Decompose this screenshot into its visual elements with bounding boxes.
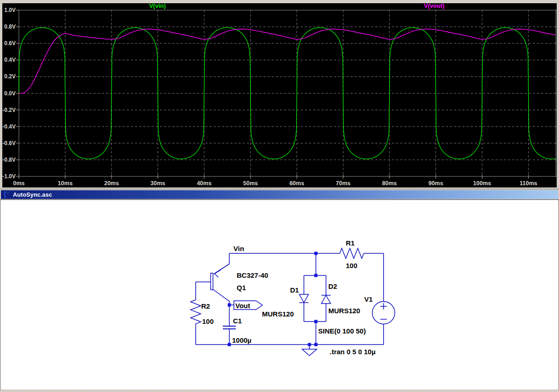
schematic-canvas[interactable]: Vin BC327-40 Q1 Vout R2 100 C1 1000µ MUR…	[0, 200, 559, 390]
schematic-window-titlebar-frame: AutoSync.asc	[0, 189, 559, 200]
bottom-frame-strip	[0, 390, 559, 392]
v1-name-label[interactable]: V1	[364, 295, 373, 303]
r2-value-label[interactable]: 100	[202, 317, 214, 325]
y-axis-label: 0.2V	[4, 73, 16, 80]
trace-legend-Vvin[interactable]: V(vin)	[149, 2, 166, 9]
x-axis-label: 70ms	[336, 180, 350, 187]
transistor-q1[interactable]	[211, 270, 221, 290]
resistor-r2[interactable]	[191, 300, 201, 326]
c1-value-label[interactable]: 1000µ	[232, 336, 251, 344]
voltage-source-v1[interactable]	[373, 302, 395, 324]
y-axis-label: -0.6V	[2, 140, 16, 146]
x-axis-label: 80ms	[382, 180, 397, 187]
x-axis-label: 10ms	[58, 180, 73, 187]
y-axis-label: -1.0V	[2, 173, 16, 180]
d1-value-label[interactable]: MURS120	[262, 310, 294, 318]
x-axis-label: 50ms	[243, 180, 258, 187]
r2-name-label[interactable]: R2	[201, 302, 210, 310]
c1-name-label[interactable]: C1	[233, 317, 242, 325]
y-axis-label: 0.0V	[4, 90, 16, 97]
y-axis-label: -0.2V	[2, 107, 16, 113]
d2-value-label[interactable]: MURS120	[328, 307, 360, 315]
x-axis-label: 20ms	[104, 180, 119, 187]
ground-symbol[interactable]	[302, 349, 317, 356]
capacitor-c1[interactable]	[223, 326, 236, 329]
y-axis-label: 1.0V	[4, 7, 16, 13]
waveform-viewer-pane[interactable]: 1.0V0.8V0.6V0.4V0.2V0.0V-0.2V-0.4V-0.6V-…	[0, 0, 559, 189]
plus-sign-icon	[380, 303, 387, 310]
q1-value-label[interactable]: BC327-40	[237, 271, 268, 279]
pnp-emitter-arrow-icon	[215, 270, 221, 277]
ltspice-window: { "window": { "title": "AutoSync.asc" },…	[0, 0, 559, 392]
resistor-r1[interactable]	[340, 248, 364, 258]
q1-name-label[interactable]: Q1	[237, 284, 246, 292]
x-axis-label: 100ms	[473, 180, 491, 187]
y-axis-label: 0.8V	[4, 23, 16, 30]
v1-value-label[interactable]: SINE(0 100 50)	[318, 327, 366, 335]
x-axis-label: 60ms	[290, 180, 304, 187]
schematic-file-icon	[3, 191, 10, 198]
y-axis-label: 0.6V	[4, 40, 16, 47]
schematic-window-titlebar[interactable]: AutoSync.asc	[1, 190, 558, 199]
y-axis-label: -0.4V	[2, 123, 16, 130]
schematic-editor-pane[interactable]: Vin BC327-40 Q1 Vout R2 100 C1 1000µ MUR…	[0, 200, 559, 390]
r1-name-label[interactable]: R1	[346, 239, 355, 247]
d1-name-label[interactable]: D1	[290, 286, 299, 294]
vout-port-label[interactable]: Vout	[235, 302, 250, 310]
wire-junction-nodes	[228, 252, 318, 346]
trace-legend-Vvout[interactable]: V(vout)	[424, 2, 445, 9]
tran-directive-label[interactable]: .tran 0 5 0 10µ	[330, 348, 376, 356]
x-axis-label: 0ms	[13, 180, 24, 187]
x-axis-label: 110ms	[520, 180, 537, 187]
waveform-plot[interactable]: 1.0V0.8V0.6V0.4V0.2V0.0V-0.2V-0.4V-0.6V-…	[0, 0, 559, 189]
diode-d1[interactable]	[299, 294, 309, 303]
d2-name-label[interactable]: D2	[328, 282, 337, 290]
diode-d2[interactable]	[321, 295, 331, 304]
y-axis-label: 0.4V	[4, 57, 16, 63]
window-title: AutoSync.asc	[13, 192, 52, 198]
net-label-vin[interactable]: Vin	[233, 245, 244, 252]
x-axis-label: 30ms	[151, 180, 165, 187]
x-axis-label: 90ms	[428, 180, 443, 187]
r1-value-label[interactable]: 100	[346, 262, 357, 269]
x-axis-label: 40ms	[197, 180, 211, 187]
y-axis-label: -0.8V	[2, 157, 16, 163]
